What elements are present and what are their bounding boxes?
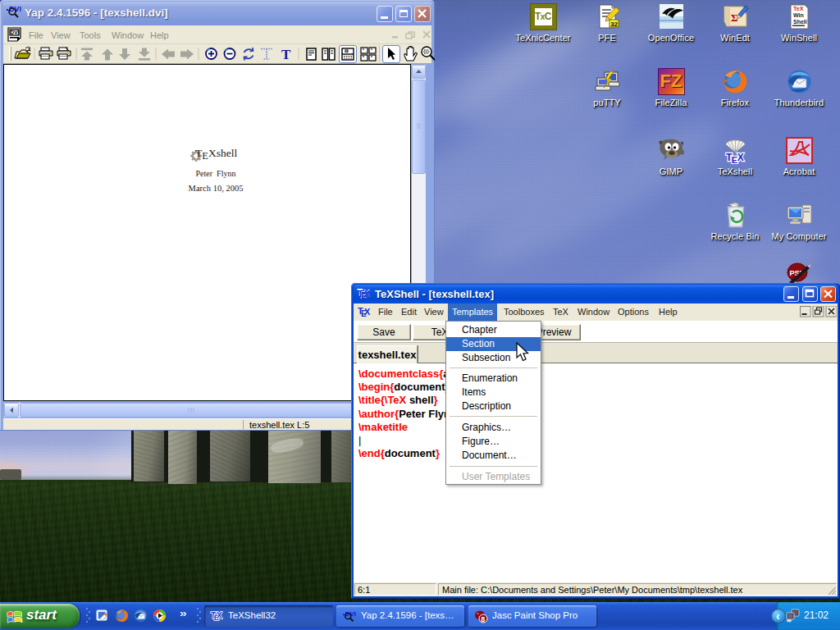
svg-text:Win: Win <box>793 12 804 18</box>
svg-text:Σ: Σ <box>731 11 738 24</box>
svg-text:TEX: TEX <box>726 152 744 164</box>
svg-text:T: T <box>281 47 291 62</box>
svg-text:32: 32 <box>610 21 617 28</box>
svg-text:X: X <box>364 307 371 317</box>
svg-text:X: X <box>364 289 371 299</box>
svg-text:X: X <box>217 611 222 620</box>
svg-text:8: 8 <box>481 615 485 623</box>
svg-text:Shell: Shell <box>793 19 807 25</box>
svg-text:DVI: DVI <box>11 30 20 35</box>
svg-text:TeX: TeX <box>793 6 804 11</box>
